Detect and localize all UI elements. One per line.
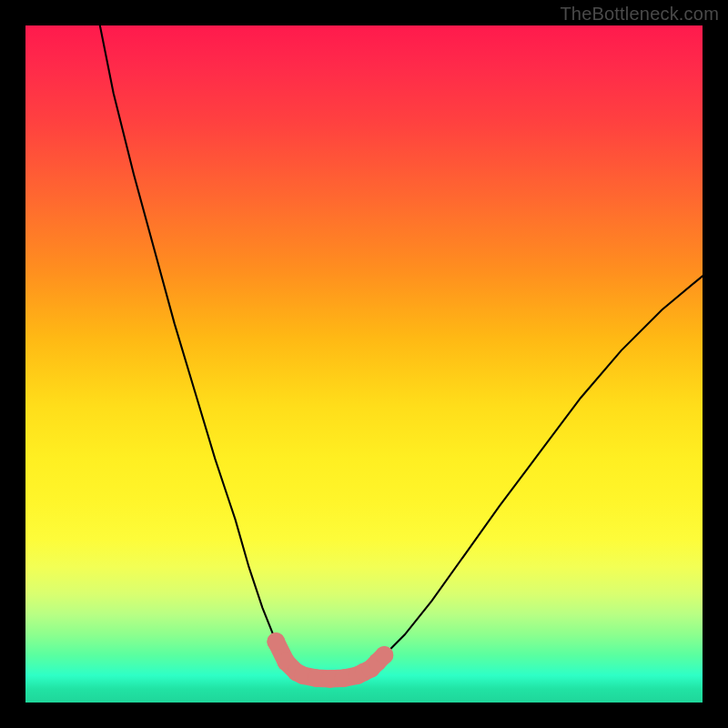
marker-dots xyxy=(267,632,393,688)
chart-stage: TheBottleneck.com xyxy=(0,0,728,728)
plot-area xyxy=(25,25,703,703)
watermark-text: TheBottleneck.com xyxy=(560,4,719,25)
marker-dot xyxy=(375,646,393,664)
marker-layer xyxy=(25,25,703,703)
marker-dot xyxy=(267,632,285,651)
